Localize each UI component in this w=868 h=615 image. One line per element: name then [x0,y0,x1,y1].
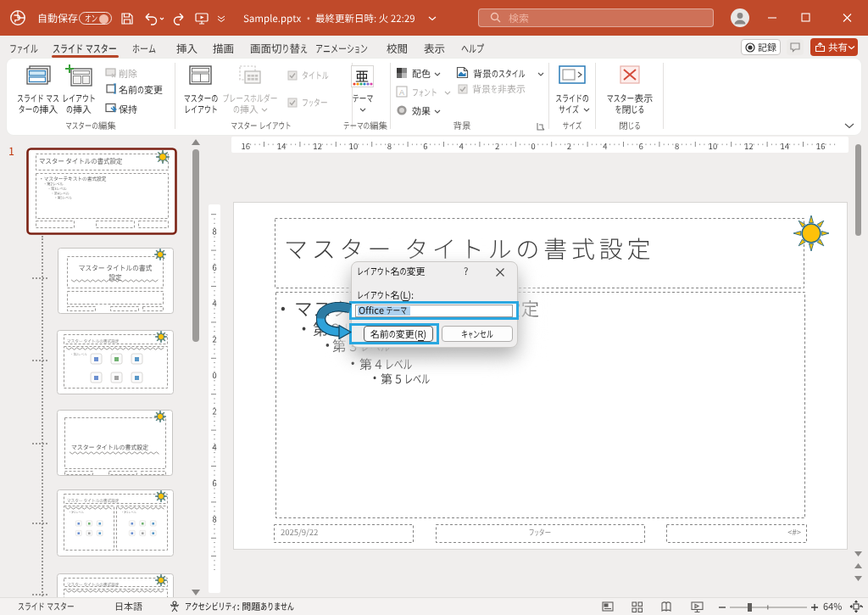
svg-text:A: A [399,88,404,97]
